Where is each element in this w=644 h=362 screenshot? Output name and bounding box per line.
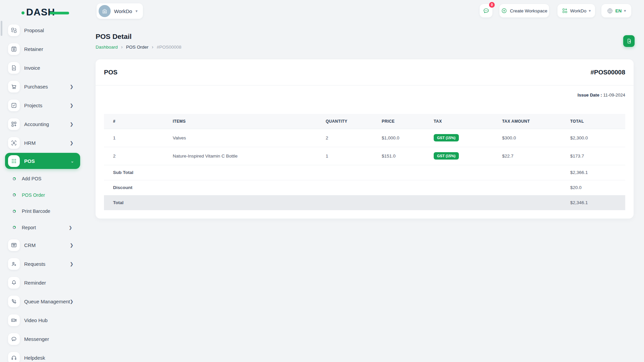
row-quantity: 1 [317,147,373,165]
chevron-right-icon: ❯ [69,225,72,230]
chevron-down-icon: ▾ [136,9,138,13]
hrm-icon [8,137,20,149]
language-selector[interactable]: EN ▾ [601,4,631,17]
invoice-icon [8,62,20,74]
sidebar-item-crm[interactable]: CRM ❯ [0,236,81,254]
pos-detail-card: POS #POS00008 Issue Date : 11-09-2024 # … [96,59,634,219]
chevron-right-icon: ❯ [70,103,73,108]
pos-number: #POS00008 [590,69,625,76]
row-price: $1,000.0 [373,129,425,147]
sidebar-item-projects[interactable]: Projects ❯ [0,96,81,115]
discount-label: Discount [104,180,561,195]
video-hub-icon [8,314,20,326]
sidebar-item-reminder[interactable]: Reminder [0,273,81,292]
sidebar-subitem-pos-order[interactable]: POS Order [0,187,81,203]
row-total: $173.7 [561,147,625,165]
issue-date-value: 11-09-2024 [603,93,625,98]
language-code: EN [615,8,622,13]
projects-icon [8,100,20,111]
chevron-right-icon: ❯ [70,122,73,127]
sidebar-item-pos[interactable]: POS ⌄ [5,153,80,169]
chevron-right-icon: ❯ [70,84,73,89]
sidebar-subitem-report[interactable]: Report ❯ [0,220,81,236]
issue-date: Issue Date : 11-09-2024 [578,93,625,98]
discount-row: Discount $20.0 [104,180,625,195]
sidebar-item-accounting[interactable]: Accounting ❯ [0,115,81,133]
col-items: ITEMS [164,114,317,129]
sidebar-item-queue-management[interactable]: Queue Management ❯ [0,292,81,311]
row-price: $151.0 [373,147,425,165]
logo-dot-icon [21,11,24,14]
retainer-icon [8,43,20,55]
workspace-dropdown-label: WorkDo [570,8,587,13]
tax-badge: GST (15%) [434,152,459,160]
requests-icon [8,258,20,270]
breadcrumb-current: #POS00008 [157,45,181,50]
chevron-down-icon: ▾ [589,8,591,13]
workspace-name: WorkDo [114,8,132,14]
queue-management-icon [8,296,20,307]
breadcrumb: Dashboard › POS Order › #POS00008 [96,44,181,50]
row-item: Nature-Inspired Vitamin C Bottle [164,147,317,165]
create-workspace-button[interactable]: Create Workspace [499,4,549,17]
sidebar-item-invoice[interactable]: Invoice [0,58,81,77]
col-tax: TAX [425,114,493,129]
workspace-dropdown[interactable]: WorkDo ▾ [557,4,595,17]
messenger-icon [8,333,20,345]
row-index: 1 [104,129,164,147]
chat-count-badge: 0 [489,2,495,8]
workspace-avatar [99,5,111,17]
sidebar-item-video-hub[interactable]: Video Hub [0,311,81,329]
col-index: # [104,114,164,129]
issue-date-label: Issue Date : [578,93,602,98]
sidebar-item-requests[interactable]: Requests ❯ [0,254,81,273]
chevron-right-icon: ❯ [70,243,73,248]
sidebar-subitem-print-barcode[interactable]: Print Barcode [0,203,81,220]
grid-plus-icon [562,8,568,14]
sidebar-item-retainer[interactable]: Retainer [0,40,81,58]
col-total: TOTAL [561,114,625,129]
sidebar-item-purchases[interactable]: Purchases ❯ [0,77,81,96]
breadcrumb-dashboard-link[interactable]: Dashboard [96,45,118,50]
app-logo[interactable]: DASH [21,6,68,19]
export-pos-button[interactable] [623,35,635,47]
table-row: 1 Valves 2 $1,000.0 GST (15%) $300.0 $2,… [104,129,625,147]
bullet-icon [13,193,16,196]
bullet-icon [13,226,16,229]
chevron-down-icon: ⌄ [70,159,74,164]
subtotal-row: Sub Total $2,366.1 [104,165,625,180]
sidebar-item-hrm[interactable]: HRM ❯ [0,133,81,152]
table-header-row: # ITEMS QUANTITY PRICE TAX TAX AMOUNT TO… [104,114,625,129]
chevron-right-icon: › [152,44,154,50]
helpdesk-icon [8,352,20,362]
card-header: POS #POS00008 [96,59,634,85]
logo-dash-icon [50,12,69,14]
chevron-down-icon: ▾ [624,8,626,13]
plus-circle-icon [501,8,507,14]
chat-button[interactable]: 0 [480,4,492,17]
row-tax: GST (15%) [425,147,493,165]
sidebar-item-messenger[interactable]: Messenger [0,329,81,348]
row-index: 2 [104,147,164,165]
subtotal-value: $2,366.1 [561,165,625,180]
pos-icon [8,155,20,167]
row-quantity: 2 [317,129,373,147]
workspace-selector[interactable]: WorkDo ▾ [97,3,143,19]
page-title: POS Detail [96,33,131,41]
create-workspace-label: Create Workspace [510,8,547,13]
bullet-icon [13,177,16,180]
sidebar-item-helpdesk[interactable]: Helpdesk [0,348,81,362]
col-price: PRICE [373,114,425,129]
reminder-icon [8,277,20,289]
sidebar-subitem-add-pos[interactable]: Add POS [0,171,81,187]
pos-items-table: # ITEMS QUANTITY PRICE TAX TAX AMOUNT TO… [104,114,625,210]
sidebar-item-proposal[interactable]: Proposal [0,21,81,40]
total-row: Total $2,346.1 [104,195,625,210]
total-value: $2,346.1 [561,195,625,210]
chevron-right-icon: › [121,44,123,50]
col-tax-amount: TAX AMOUNT [493,114,561,129]
proposal-icon [8,24,20,36]
bullet-icon [13,210,16,213]
purchases-icon [8,81,20,93]
chevron-right-icon: ❯ [70,140,73,145]
